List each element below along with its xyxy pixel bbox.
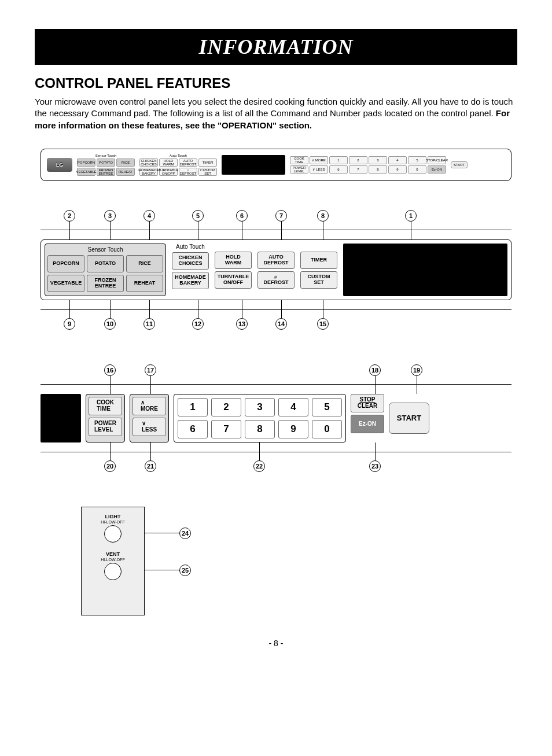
power-level-button[interactable]: POWER LEVEL	[89, 418, 122, 436]
custom-set-button[interactable]: CUSTOM SET	[300, 271, 337, 289]
less-button[interactable]: ∨ LESS	[133, 418, 166, 436]
ov-display	[222, 155, 285, 175]
more-less-group: ∧ MORE ∨ LESS	[130, 394, 169, 442]
callout-1: 1	[405, 210, 417, 222]
ov-hold-warm: HOLD WARM	[159, 158, 178, 167]
stop-ez-group: STOP CLEAR Ez-ON	[351, 394, 384, 442]
ov-potato: POTATO	[97, 158, 115, 167]
chicken-choices-button[interactable]: CHICKEN CHOICES	[172, 252, 209, 270]
num-4-button[interactable]: 4	[278, 398, 308, 416]
ov-n3: 3	[369, 156, 387, 164]
number-pad-panel: COOK TIME POWER LEVEL ∧ MORE ∨ LESS 1 2 …	[41, 394, 511, 442]
reheat-button[interactable]: REHEAT	[126, 275, 163, 292]
callout-25: 25	[179, 565, 191, 576]
ov-turntable: TURNTABLE ON/OFF	[159, 168, 178, 176]
callout-13: 13	[236, 318, 248, 330]
defrost-button[interactable]: ⌕ DEFROST	[257, 271, 295, 289]
knob-section: LIGHT HI-LOW-OFF VENT HI-LOW-OFF 24 25	[35, 507, 517, 615]
detail-panel-2: 16 17 18 19 COOK TIME POWER LEVEL ∧ MORE…	[41, 364, 511, 472]
callout-18: 18	[369, 364, 381, 376]
ov-sensor-label: Sensor Touch	[77, 154, 135, 157]
ov-auto-defrost: AUTO DEFROST	[179, 158, 197, 167]
light-sub: HI-LOW-OFF	[101, 520, 124, 524]
turntable-button[interactable]: TURNTABLE ON/OFF	[215, 271, 252, 289]
ov-auto-label: Auto Touch	[139, 154, 217, 157]
callout-17: 17	[145, 364, 156, 376]
ov-n1: 1	[329, 156, 348, 164]
ov-timer: TIMER	[198, 158, 217, 167]
callout-22: 22	[253, 460, 265, 472]
homemade-bakery-button[interactable]: HOMEMADE BAKERY	[172, 272, 209, 289]
ov-rice: RICE	[116, 158, 135, 167]
ov-vegetable: VEGETABLE	[77, 168, 95, 176]
num-6-button[interactable]: 6	[178, 420, 208, 438]
vegetable-button[interactable]: VEGETABLE	[47, 275, 84, 292]
ov-sensor-group: Sensor Touch POPCORN POTATO RICE VEGETAB…	[77, 154, 135, 176]
intro-paragraph: Your microwave oven control panel lets y…	[35, 96, 517, 131]
ov-defrost: ⌕ DEFROST	[179, 168, 197, 176]
cook-time-button[interactable]: COOK TIME	[89, 397, 122, 415]
num-1-button[interactable]: 1	[178, 398, 208, 416]
stop-clear-button[interactable]: STOP CLEAR	[351, 394, 384, 412]
ov-cook-time: COOK TIME	[290, 156, 308, 164]
callout-12: 12	[192, 318, 204, 330]
callout-11: 11	[143, 318, 155, 330]
rice-button[interactable]: RICE	[126, 255, 163, 272]
hold-warm-button[interactable]: HOLD WARM	[215, 252, 252, 269]
num-3-button[interactable]: 3	[245, 398, 275, 416]
auto-touch-group: Auto Touch CHICKEN CHOICES HOMEMADE BAKE…	[172, 244, 337, 296]
callout-5: 5	[192, 210, 204, 222]
num-9-button[interactable]: 9	[278, 420, 308, 438]
ov-n0: 0	[408, 165, 426, 174]
vent-sub: HI-LOW-OFF	[101, 558, 124, 562]
number-grid: 1 2 3 4 5 6 7 8 9 0	[174, 394, 346, 442]
ov-stop-clear: STOP/CLEAR	[428, 156, 446, 164]
ez-on-button[interactable]: Ez-ON	[351, 415, 384, 433]
num-2-button[interactable]: 2	[211, 398, 241, 416]
callout-24: 24	[179, 528, 191, 539]
ov-popcorn: POPCORN	[77, 158, 95, 167]
ov-custom-set: CUSTOM SET	[198, 168, 217, 176]
knob-panel: LIGHT HI-LOW-OFF VENT HI-LOW-OFF	[81, 507, 145, 615]
callout-15: 15	[317, 318, 329, 330]
sensor-touch-group: Sensor Touch POPCORN POTATO RICE VEGETAB…	[45, 244, 166, 296]
section-heading: CONTROL PANEL FEATURES	[35, 75, 517, 91]
num-5-button[interactable]: 5	[312, 398, 342, 416]
ov-auto-group: Auto Touch CHICKEN CHOICES HOLD WARM AUT…	[139, 154, 217, 176]
vent-knob[interactable]	[104, 563, 122, 580]
ov-bakery: HOMEMADE BAKERY	[139, 168, 158, 176]
display-screen-left	[41, 394, 81, 442]
num-7-button[interactable]: 7	[211, 420, 241, 438]
callout-3: 3	[104, 210, 116, 222]
light-knob[interactable]	[104, 525, 122, 543]
ov-reheat: REHEAT	[116, 168, 135, 176]
timer-button[interactable]: TIMER	[300, 252, 337, 269]
more-button[interactable]: ∧ MORE	[133, 397, 166, 415]
ov-n4: 4	[388, 156, 407, 164]
sensor-touch-label: Sensor Touch	[88, 246, 123, 253]
frozen-entree-button[interactable]: FROZEN ENTREE	[87, 275, 124, 292]
callout-23: 23	[369, 460, 381, 472]
potato-button[interactable]: POTATO	[87, 255, 124, 272]
callout-21: 21	[145, 460, 156, 472]
start-button[interactable]: START	[389, 403, 429, 434]
callout-14: 14	[275, 318, 287, 330]
ov-power-level: POWER LEVEL	[290, 165, 308, 174]
ov-more: ∧ MORE	[310, 156, 328, 164]
ov-n7: 7	[349, 165, 367, 174]
num-8-button[interactable]: 8	[245, 420, 275, 438]
callout-9: 9	[64, 318, 75, 330]
light-label: LIGHT	[101, 514, 124, 520]
popcorn-button[interactable]: POPCORN	[47, 255, 84, 272]
ov-ctrl-group: COOK TIME ∧ MORE 1 2 3 4 5 STOP/CLEAR PO…	[290, 156, 446, 174]
clear-label: CLEAR	[358, 403, 377, 410]
callout-20: 20	[104, 460, 116, 472]
auto-touch-label: Auto Touch	[176, 244, 205, 250]
callout-10: 10	[104, 318, 116, 330]
detail-panel-1: 2 3 4 5 6 7 8 1 Sensor Touch POPCORN POT…	[41, 210, 511, 330]
auto-defrost-button[interactable]: AUTO DEFROST	[257, 252, 295, 269]
page-banner: INFORMATION	[35, 29, 517, 65]
overview-panel: LG Sensor Touch POPCORN POTATO RICE VEGE…	[41, 149, 511, 181]
callout-2: 2	[64, 210, 75, 222]
num-0-button[interactable]: 0	[312, 420, 342, 438]
